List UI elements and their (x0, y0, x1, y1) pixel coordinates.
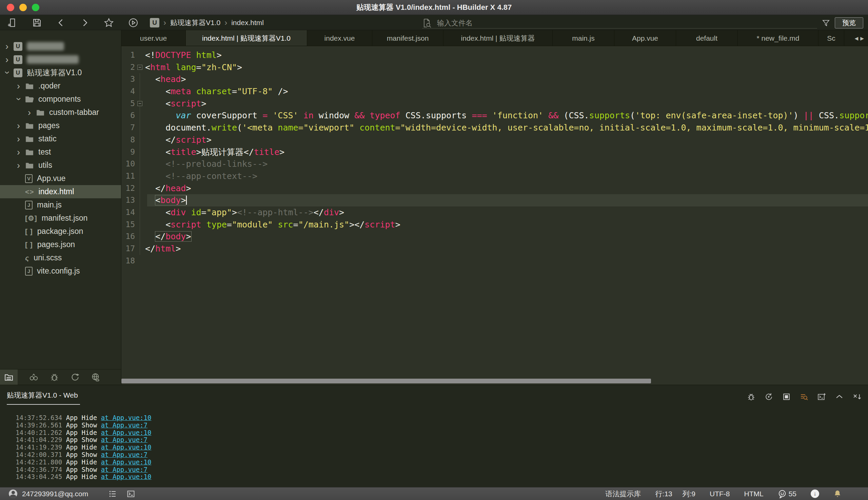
breadcrumb-file[interactable]: index.html (231, 19, 264, 27)
close-window-button[interactable] (7, 4, 14, 11)
zoom-window-button[interactable] (32, 4, 40, 11)
log-source-link[interactable]: at App.vue:7 (101, 451, 147, 458)
tree-item-贴现速算器V1.0[interactable]: ›U贴现速算器V1.0 (0, 66, 121, 79)
console-debug-icon[interactable] (747, 393, 755, 401)
cursor-line-label[interactable]: 行:13 (655, 490, 672, 498)
tree-chevron-down-icon[interactable]: › (16, 97, 21, 102)
console-tab[interactable]: 贴现速算器V1.0 - Web (7, 390, 80, 405)
tree-item-components[interactable]: ›components (0, 92, 121, 106)
tree-item-.qoder[interactable]: ›.qoder (0, 79, 121, 92)
code-line-12[interactable]: 12 </head> (121, 182, 868, 195)
log-source-link[interactable]: at App.vue:10 (101, 473, 151, 480)
tab--new_file.md[interactable]: * new_file.md (738, 30, 819, 46)
console-close-icon[interactable] (853, 393, 862, 401)
code-line-11[interactable]: 11 <!--app-context--> (121, 170, 868, 182)
code-line-1[interactable]: 1<!DOCTYPE html> (121, 49, 868, 61)
tree-item-pages[interactable]: ›pages (0, 119, 121, 132)
console-restart-icon[interactable] (765, 393, 773, 401)
tab-scroll-right-icon[interactable]: ▶ (860, 36, 864, 41)
notification-bell-icon[interactable] (833, 490, 842, 498)
code-line-3[interactable]: 3 <head> (121, 73, 868, 86)
code-line-2[interactable]: 2<html lang="zh-CN"> (121, 61, 868, 73)
tab-main.js[interactable]: main.js (553, 30, 615, 46)
horizontal-scrollbar[interactable] (121, 379, 651, 383)
debug-panel-icon[interactable] (50, 373, 59, 382)
run-icon[interactable] (128, 18, 138, 28)
minimize-window-button[interactable] (19, 4, 27, 11)
back-icon[interactable] (56, 18, 66, 27)
save-icon[interactable] (32, 18, 42, 28)
cursor-col-label[interactable]: 列:9 (682, 490, 696, 498)
outline-list-icon[interactable] (109, 490, 117, 498)
tab-user.vue[interactable]: user.vue (121, 30, 186, 46)
syntax-lib-label[interactable]: 语法提示库 (606, 489, 641, 499)
code-line-5[interactable]: 5 <script> (121, 98, 868, 110)
tree-item-pages.json[interactable]: [ ]pages.json (0, 238, 121, 251)
preview-button[interactable]: 预览 (835, 17, 863, 29)
tree-item-static[interactable]: ›static (0, 132, 121, 145)
tab-index.html-[interactable]: index.html | 贴现速算器 (443, 30, 553, 46)
code-line-7[interactable]: 7 document.write('<meta name="viewport" … (121, 122, 868, 134)
encoding-label[interactable]: UTF-8 (710, 490, 730, 498)
log-source-link[interactable]: at App.vue:10 (101, 429, 151, 436)
file-search-input[interactable]: 输入文件名 (422, 18, 817, 29)
fold-marker-icon[interactable] (137, 101, 143, 106)
code-line-4[interactable]: 4 <meta charset="UTF-8" /> (121, 86, 868, 98)
tab-default[interactable]: default (676, 30, 738, 46)
log-source-link[interactable]: at App.vue:7 (101, 466, 147, 473)
tree-item-vite.config.js[interactable]: Jvite.config.js (0, 264, 121, 277)
favorite-star-icon[interactable] (104, 18, 114, 28)
code-line-6[interactable]: 6 var coverSupport = 'CSS' in window && … (121, 110, 868, 122)
console-stop-icon[interactable] (782, 393, 791, 401)
code-line-13[interactable]: 13 <body> (121, 194, 868, 206)
tab-scroll-left-icon[interactable]: ◀ (855, 36, 858, 41)
tree-item-custom-tabbar[interactable]: ›custom-tabbar (0, 106, 121, 119)
web-publish-icon[interactable] (91, 373, 100, 382)
fold-gutter[interactable] (135, 98, 145, 110)
tree-item-uni.scss[interactable]: ςuni.scss (0, 251, 121, 264)
code-line-10[interactable]: 10 <!--preload-links--> (121, 158, 868, 170)
code-area[interactable]: 1<!DOCTYPE html>2<html lang="zh-CN">3 <h… (121, 46, 868, 267)
code-line-15[interactable]: 15 <script type="module" src="/main.js">… (121, 219, 868, 231)
log-source-link[interactable]: at App.vue:7 (101, 436, 147, 443)
code-line-17[interactable]: 17</html> (121, 243, 868, 255)
tree-item-redacted[interactable]: ›U (0, 39, 121, 53)
user-avatar-icon[interactable] (9, 489, 17, 498)
code-line-8[interactable]: 8 </script> (121, 134, 868, 146)
tree-chevron-right-icon[interactable]: › (17, 123, 22, 128)
tree-item-package.json[interactable]: [ ]package.json (0, 225, 121, 238)
tree-item-test[interactable]: ›test (0, 145, 121, 159)
code-line-16[interactable]: 16 </body> (121, 230, 868, 243)
code-line-18[interactable]: 18 (121, 255, 868, 267)
publish-icon[interactable] (70, 373, 80, 382)
tree-chevron-right-icon[interactable]: › (28, 110, 33, 115)
log-source-link[interactable]: at App.vue:10 (101, 458, 151, 466)
files-panel-icon[interactable] (0, 370, 18, 385)
search-panel-icon[interactable] (29, 373, 38, 382)
tab-manifest.json[interactable]: manifest.json (372, 30, 443, 46)
forward-icon[interactable] (80, 18, 90, 27)
new-file-icon[interactable] (8, 18, 18, 28)
terminal-icon[interactable] (127, 490, 135, 498)
tree-chevron-right-icon[interactable]: › (5, 44, 10, 49)
fold-marker-icon[interactable] (137, 65, 143, 70)
tab-index.vue[interactable]: index.vue (307, 30, 372, 46)
tree-item-manifest.json[interactable]: [⚙]manifest.json (0, 212, 121, 225)
tree-chevron-right-icon[interactable]: › (17, 137, 22, 141)
filetype-label[interactable]: HTML (744, 490, 763, 498)
update-download-icon[interactable]: ↓ (811, 489, 819, 498)
tree-chevron-right-icon[interactable]: › (5, 57, 10, 62)
console-find-icon[interactable] (800, 393, 808, 401)
account-email[interactable]: 247293991@qq.com (22, 490, 88, 498)
code-editor[interactable]: 1<!DOCTYPE html>2<html lang="zh-CN">3 <h… (121, 46, 868, 385)
tab-App.vue[interactable]: App.vue (615, 30, 676, 46)
tree-item-main.js[interactable]: Jmain.js (0, 198, 121, 212)
breadcrumb-project[interactable]: 贴现速算器V1.0 (170, 18, 221, 27)
tree-chevron-right-icon[interactable]: › (17, 84, 22, 89)
tree-chevron-right-icon[interactable]: › (17, 150, 22, 155)
fold-gutter[interactable] (135, 61, 145, 73)
log-source-link[interactable]: at App.vue:10 (101, 414, 151, 421)
tab-scroll-arrows[interactable]: ◀ ▶ (853, 30, 866, 46)
message-count-badge[interactable]: 55 (778, 489, 797, 498)
tab-index.html-V1.0[interactable]: index.html | 贴现速算器V1.0 (186, 30, 307, 46)
